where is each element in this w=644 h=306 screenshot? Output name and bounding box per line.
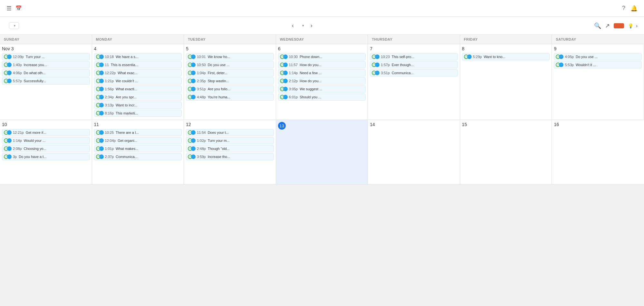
- event-time: 4:48p: [197, 95, 206, 99]
- list-item[interactable]: ✓🐦1:57pEver though...: [370, 61, 458, 68]
- list-item[interactable]: ✓🐦11:54Does your t...: [186, 129, 274, 136]
- create-button[interactable]: [614, 23, 624, 28]
- display-as-select[interactable]: ▾: [9, 22, 19, 29]
- list-item[interactable]: ✓🐦2:08pChoosing yo...: [2, 145, 90, 152]
- list-item[interactable]: ✓🐦2:48pThough "old...: [186, 145, 274, 152]
- twitter-icon: 🐦: [283, 79, 288, 83]
- list-item[interactable]: ✓🐦10:01We know ho...: [186, 53, 274, 60]
- list-item[interactable]: ✓🐦3:13pWant to incr...: [94, 102, 182, 109]
- event-time: 4:06p: [13, 71, 22, 75]
- twitter-icon: 🐦: [283, 87, 288, 91]
- twitter-icon: 🐦: [99, 79, 104, 83]
- list-item[interactable]: ✓🐦4:05pDo you use ...: [554, 53, 642, 60]
- list-item[interactable]: ✓🐦5:53pWouldn't it ...: [554, 61, 642, 68]
- twitter-icon: 🐦: [375, 63, 380, 67]
- search-button[interactable]: 🔍: [594, 22, 601, 29]
- list-item[interactable]: ✓🐦11This is essentia...: [94, 61, 182, 68]
- list-item[interactable]: ✓🐦1:21pWe couldn't ...: [94, 77, 182, 84]
- event-time: 3:13p: [105, 103, 114, 107]
- calendar-cell: 6✓🐦10:30Phone down...✓🐦11:57How do you..…: [276, 44, 368, 120]
- calendar-icon: 📅: [15, 5, 22, 11]
- event-text: Want to incr...: [116, 103, 137, 107]
- list-item[interactable]: ✓🐦11:57How do you...: [278, 61, 366, 68]
- list-item[interactable]: ✓🐦1:04pFirst, deter...: [186, 69, 274, 76]
- list-item[interactable]: ✓🐦8:16pThis marketi...: [94, 110, 182, 117]
- event-text: Successfully...: [24, 79, 46, 83]
- twitter-icon: 🐦: [99, 54, 104, 59]
- list-item[interactable]: ✓🐦3:51pAre you follo...: [186, 85, 274, 93]
- event-time: 2:35p: [197, 79, 206, 83]
- event-time: 1:14p: [289, 71, 298, 75]
- list-item[interactable]: ✓🐦2:37pCommunica...: [94, 153, 182, 160]
- list-item[interactable]: ✓🐦3pDo you have a t...: [2, 153, 90, 160]
- prev-period-button[interactable]: ‹: [289, 21, 296, 30]
- twitter-icon: 🐦: [99, 95, 104, 99]
- list-item[interactable]: ✓🐦4:48pYou're huma...: [186, 94, 274, 101]
- list-item[interactable]: ✓🐦1:40pIncrease you...: [2, 61, 90, 68]
- calendar-cell: 7✓🐦10:23This self-pro...✓🐦1:57pEver thou…: [368, 44, 460, 120]
- event-time: 5:53p: [565, 63, 574, 67]
- list-item[interactable]: ✓🐦12:09pTurn your ...: [2, 53, 90, 60]
- list-item[interactable]: ✓🐦12:22pWhat exac...: [94, 69, 182, 76]
- list-item[interactable]: ✓🐦1:14pNeed a few ...: [278, 69, 366, 76]
- twitter-icon: 🐦: [7, 146, 12, 151]
- list-item[interactable]: ✓🐦10:23This self-pro...: [370, 53, 458, 60]
- list-item[interactable]: ✓🐦12:04pGet organi...: [94, 137, 182, 144]
- event-text: We suggest ...: [300, 87, 322, 91]
- calendar-cell: 13: [276, 120, 368, 184]
- event-time: 10:25: [105, 131, 114, 134]
- cell-date-number: 12: [186, 122, 274, 127]
- list-item[interactable]: ✓🐦1:14pWould your ...: [2, 137, 90, 144]
- list-item[interactable]: ✓🐦2:12pHow do you...: [278, 77, 366, 84]
- event-text: Does your t...: [208, 131, 229, 134]
- event-time: 3:59p: [197, 155, 206, 159]
- event-text: This marketi...: [116, 111, 138, 115]
- event-text: We know ho...: [208, 55, 230, 59]
- day-header-friday: FRIDAY: [460, 35, 552, 44]
- event-text: Increase tho...: [208, 155, 230, 159]
- event-time: 10:18: [105, 55, 114, 59]
- event-text: We couldn't ...: [116, 79, 138, 83]
- list-item[interactable]: ✓🐦2:35pStop wastin...: [186, 77, 274, 84]
- list-item[interactable]: ✓🐦6:01pShould you ...: [278, 94, 366, 101]
- event-text: Get organi...: [118, 139, 137, 143]
- list-item[interactable]: ✓🐦12:21pGet more #...: [2, 129, 90, 136]
- list-item[interactable]: ✓🐦10:18We have a s...: [94, 53, 182, 60]
- calendar-container: SUNDAYMONDAYTUESDAYWEDNESDAYTHURSDAYFRID…: [0, 35, 644, 184]
- list-item[interactable]: ✓🐦2:34pAre you spr...: [94, 94, 182, 101]
- next-period-button[interactable]: ›: [308, 21, 315, 30]
- list-item[interactable]: ✓🐦1:02pTurn your m...: [186, 137, 274, 144]
- list-item[interactable]: ✓🐦10:30Phone down...: [278, 53, 366, 60]
- ideas-button[interactable]: 💡 ›: [628, 23, 638, 28]
- list-item[interactable]: ✓🐦1:56pWhat exactl...: [94, 85, 182, 93]
- share-button[interactable]: ↗: [605, 22, 610, 29]
- event-text: Though "old...: [208, 147, 230, 151]
- date-range-button[interactable]: ▾: [300, 24, 304, 28]
- twitter-icon: 🐦: [7, 71, 12, 75]
- notifications-icon[interactable]: 🔔: [630, 5, 638, 12]
- list-item[interactable]: ✓🐦3:05pWe suggest ...: [278, 85, 366, 93]
- list-item[interactable]: ✓🐦3:51pCommunica...: [370, 69, 458, 76]
- list-item[interactable]: ✓🐦5:29pWant to kno...: [462, 53, 550, 60]
- list-item[interactable]: ✓🐦3:59pIncrease tho...: [186, 153, 274, 160]
- list-item[interactable]: ✓🐦4:06pDo what oth...: [2, 69, 90, 76]
- twitter-icon: 🐦: [191, 146, 196, 151]
- event-text: Ever though...: [392, 63, 414, 67]
- event-time: 4:05p: [565, 55, 574, 59]
- event-time: 10:50: [197, 63, 206, 67]
- today-button[interactable]: [319, 25, 324, 27]
- help-icon[interactable]: ?: [622, 5, 625, 12]
- twitter-icon: 🐦: [559, 54, 563, 59]
- app-title: 📅: [15, 5, 30, 11]
- hamburger-menu-icon[interactable]: ☰: [6, 5, 12, 12]
- day-header-monday: MONDAY: [92, 35, 184, 44]
- event-text: Need a few ...: [300, 71, 322, 75]
- twitter-icon: 🐦: [7, 79, 12, 83]
- event-text: Communica...: [116, 155, 138, 159]
- event-text: Phone down...: [300, 55, 322, 59]
- list-item[interactable]: ✓🐦5:57pSuccessfully...: [2, 77, 90, 84]
- list-item[interactable]: ✓🐦10:50Do you use ...: [186, 61, 274, 68]
- event-text: Get more #...: [26, 131, 46, 134]
- list-item[interactable]: ✓🐦10:25There are a l...: [94, 129, 182, 136]
- list-item[interactable]: ✓🐦1:01pWhat makes...: [94, 145, 182, 152]
